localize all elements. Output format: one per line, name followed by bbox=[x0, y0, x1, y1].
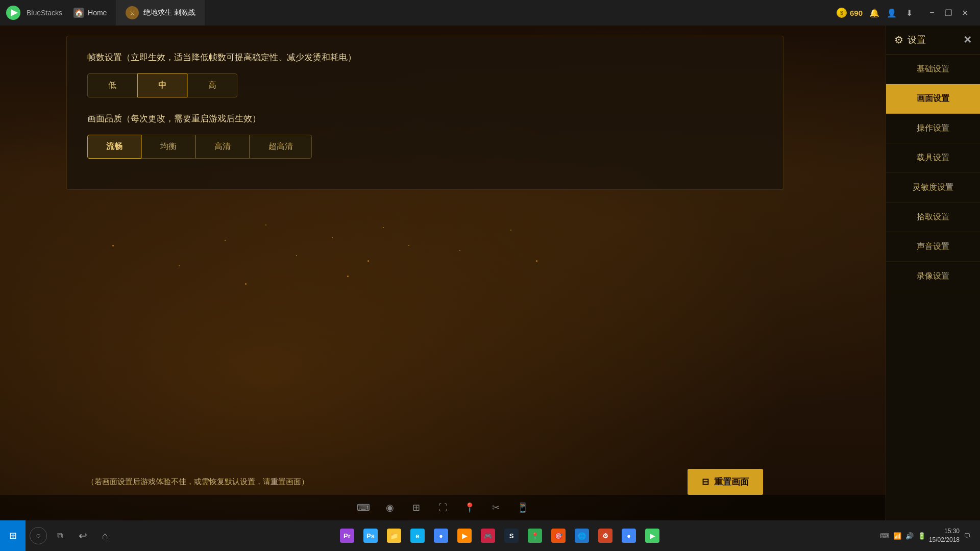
taskbar-app-app3[interactable]: 🌐 bbox=[571, 524, 593, 547]
taskbar-app-vlc[interactable]: ▶ bbox=[453, 524, 476, 547]
reset-display-button[interactable]: ⊟ 重置画面 bbox=[688, 469, 763, 495]
taskbar-app-icon-app1: 🎮 bbox=[481, 529, 495, 543]
coin-icon: $ bbox=[837, 8, 847, 18]
home-tab-label: Home bbox=[88, 9, 107, 17]
title-bar-left: BlueStacks 🏠 Home ⚔ 绝地求生 刺激战 bbox=[0, 0, 205, 26]
tray-keyboard-icon[interactable]: ⌨ bbox=[880, 531, 890, 541]
bluestacks-logo bbox=[4, 4, 22, 22]
ctrl-scissors-icon[interactable]: ✂ bbox=[488, 499, 504, 516]
fps-section: 帧数设置（立即生效，适当降低帧数可提高稳定性、减少发烫和耗电） 低 中 高 bbox=[87, 52, 763, 97]
sidebar-menu: 基础设置 画面设置 操作设置 载具设置 灵敏度设置 拾取设置 声音设置 录像设置 bbox=[886, 55, 980, 520]
sidebar-item-controls[interactable]: 操作设置 bbox=[886, 114, 980, 143]
taskbar: ⊞ ○ ⧉ ↩ ⌂ PrPs📁e●▶🎮S📍🎯🌐⚙●▶ ⌨ 📶 🔊 🔋 15:30… bbox=[0, 520, 980, 551]
title-bar: BlueStacks 🏠 Home ⚔ 绝地求生 刺激战 $ 690 🔔 👤 ⬇… bbox=[0, 0, 980, 26]
user-icon[interactable]: 👤 bbox=[886, 7, 897, 18]
app-name-label: BlueStacks bbox=[27, 9, 62, 17]
taskbar-app-maps[interactable]: 📍 bbox=[524, 524, 546, 547]
title-bar-right: $ 690 🔔 👤 ⬇ − ❐ ✕ bbox=[837, 6, 980, 20]
game-tab[interactable]: ⚔ 绝地求生 刺激战 bbox=[116, 0, 205, 26]
ctrl-gamepad-icon[interactable]: ◉ bbox=[382, 499, 398, 516]
sidebar-item-sensitivity[interactable]: 灵敏度设置 bbox=[886, 173, 980, 203]
taskbar-app-chrome2[interactable]: ● bbox=[618, 524, 640, 547]
taskbar-app-icon-app2: 🎯 bbox=[551, 529, 566, 543]
coins-display: $ 690 bbox=[837, 8, 863, 18]
quality-btn-group: 流畅 均衡 高清 超高清 bbox=[87, 135, 763, 159]
taskbar-app-icon-photoshop: Ps bbox=[363, 529, 378, 543]
ctrl-fullscreen-icon[interactable]: ⛶ bbox=[435, 499, 451, 516]
taskbar-app-icon-maps: 📍 bbox=[528, 529, 542, 543]
game-controls: ↩ ⌂ bbox=[68, 527, 119, 545]
ctrl-window-icon[interactable]: ⊞ bbox=[408, 499, 425, 516]
window-controls: − ❐ ✕ bbox=[925, 6, 972, 20]
settings-header-title: 设置 bbox=[908, 34, 926, 46]
sidebar-item-recording[interactable]: 录像设置 bbox=[886, 262, 980, 291]
ctrl-keyboard-icon[interactable]: ⌨ bbox=[355, 499, 372, 516]
settings-content-panel: 帧数设置（立即生效，适当降低帧数可提高稳定性、减少发烫和耗电） 低 中 高 画面… bbox=[66, 36, 783, 190]
back-button[interactable]: ↩ bbox=[74, 527, 92, 545]
maximize-button[interactable]: ❐ bbox=[941, 6, 955, 20]
taskbar-app-icon-premiere: Pr bbox=[340, 529, 354, 543]
taskbar-app-icon-steam: S bbox=[504, 529, 519, 543]
home-tab[interactable]: 🏠 Home bbox=[64, 0, 116, 26]
taskbar-app-app2[interactable]: 🎯 bbox=[547, 524, 570, 547]
taskbar-app-photoshop[interactable]: Ps bbox=[359, 524, 382, 547]
sidebar-item-basic[interactable]: 基础设置 bbox=[886, 55, 980, 84]
reset-icon: ⊟ bbox=[702, 477, 709, 487]
game-tab-icon: ⚔ bbox=[125, 6, 139, 20]
sidebar-item-audio[interactable]: 声音设置 bbox=[886, 232, 980, 262]
minimize-button[interactable]: − bbox=[925, 6, 939, 20]
taskbar-app-premiere[interactable]: Pr bbox=[336, 524, 358, 547]
fps-high-button[interactable]: 高 bbox=[187, 73, 237, 97]
settings-header: ⚙ 设置 ✕ bbox=[886, 26, 980, 55]
tray-battery-icon: 🔋 bbox=[917, 531, 927, 541]
notification-icon[interactable]: 🔔 bbox=[869, 7, 880, 18]
taskbar-app-chrome[interactable]: ● bbox=[430, 524, 452, 547]
tray-volume-icon[interactable]: 🔊 bbox=[904, 531, 915, 541]
game-tab-label: 绝地求生 刺激战 bbox=[143, 8, 195, 17]
fps-mid-button[interactable]: 中 bbox=[137, 73, 187, 97]
quality-balanced-button[interactable]: 均衡 bbox=[141, 135, 195, 159]
coins-value: 690 bbox=[850, 9, 863, 17]
settings-close-button[interactable]: ✕ bbox=[963, 34, 972, 46]
close-button[interactable]: ✕ bbox=[958, 6, 972, 20]
sidebar-item-display[interactable]: 画面设置 bbox=[886, 84, 980, 114]
settings-title: ⚙ 设置 bbox=[894, 34, 926, 46]
reset-hint-text: （若画面设置后游戏体验不佳，或需恢复默认设置，请重置画面） bbox=[87, 477, 309, 487]
taskbar-app-bluestacks[interactable]: ▶ bbox=[641, 524, 664, 547]
taskbar-app-app1[interactable]: 🎮 bbox=[477, 524, 499, 547]
right-sidebar: ⚙ 设置 ✕ 基础设置 画面设置 操作设置 载具设置 灵敏度设置 拾取设置 声音… bbox=[886, 26, 980, 520]
time-display: 15:30 bbox=[929, 527, 960, 536]
sidebar-item-pickup[interactable]: 拾取设置 bbox=[886, 203, 980, 232]
ctrl-mobile-icon[interactable]: 📱 bbox=[514, 499, 531, 516]
taskbar-app-icon-chrome: ● bbox=[434, 529, 448, 543]
game-background: 帧数设置（立即生效，适当降低帧数可提高稳定性、减少发烫和耗电） 低 中 高 画面… bbox=[0, 26, 886, 520]
sidebar-item-vehicle[interactable]: 载具设置 bbox=[886, 143, 980, 173]
task-view-button[interactable]: ⧉ bbox=[51, 527, 68, 544]
taskbar-app-icon-app4: ⚙ bbox=[598, 529, 612, 543]
taskbar-app-steam[interactable]: S bbox=[500, 524, 523, 547]
quality-hd-button[interactable]: 高清 bbox=[195, 135, 250, 159]
quality-section: 画面品质（每次更改，需要重启游戏后生效） 流畅 均衡 高清 超高清 bbox=[87, 113, 763, 159]
taskbar-app-icon-bluestacks: ▶ bbox=[645, 529, 659, 543]
search-button[interactable]: ○ bbox=[30, 527, 47, 544]
tray-network-icon[interactable]: 📶 bbox=[892, 531, 902, 541]
system-clock: 15:30 15/02/2018 bbox=[929, 527, 960, 544]
tray-notification-icon[interactable]: 🗨 bbox=[962, 531, 972, 541]
taskbar-apps: PrPs📁e●▶🎮S📍🎯🌐⚙●▶ bbox=[119, 524, 880, 547]
taskbar-app-files[interactable]: 📁 bbox=[383, 524, 405, 547]
home-icon: 🏠 bbox=[74, 8, 84, 18]
taskbar-app-edge[interactable]: e bbox=[406, 524, 429, 547]
home-button[interactable]: ⌂ bbox=[96, 527, 114, 545]
taskbar-app-icon-app3: 🌐 bbox=[575, 529, 589, 543]
download-icon[interactable]: ⬇ bbox=[903, 7, 915, 18]
taskbar-app-icon-vlc: ▶ bbox=[457, 529, 472, 543]
quality-smooth-button[interactable]: 流畅 bbox=[87, 135, 141, 159]
taskbar-app-app4[interactable]: ⚙ bbox=[594, 524, 617, 547]
quality-uhd-button[interactable]: 超高清 bbox=[250, 135, 312, 159]
system-tray: ⌨ 📶 🔊 🔋 15:30 15/02/2018 🗨 bbox=[880, 527, 980, 544]
start-button[interactable]: ⊞ bbox=[0, 520, 26, 551]
ctrl-location-icon[interactable]: 📍 bbox=[461, 499, 478, 516]
game-bottom-controls: ⌨ ◉ ⊞ ⛶ 📍 ✂ 📱 bbox=[0, 495, 886, 520]
svg-text:⚔: ⚔ bbox=[130, 10, 135, 17]
fps-low-button[interactable]: 低 bbox=[87, 73, 137, 97]
